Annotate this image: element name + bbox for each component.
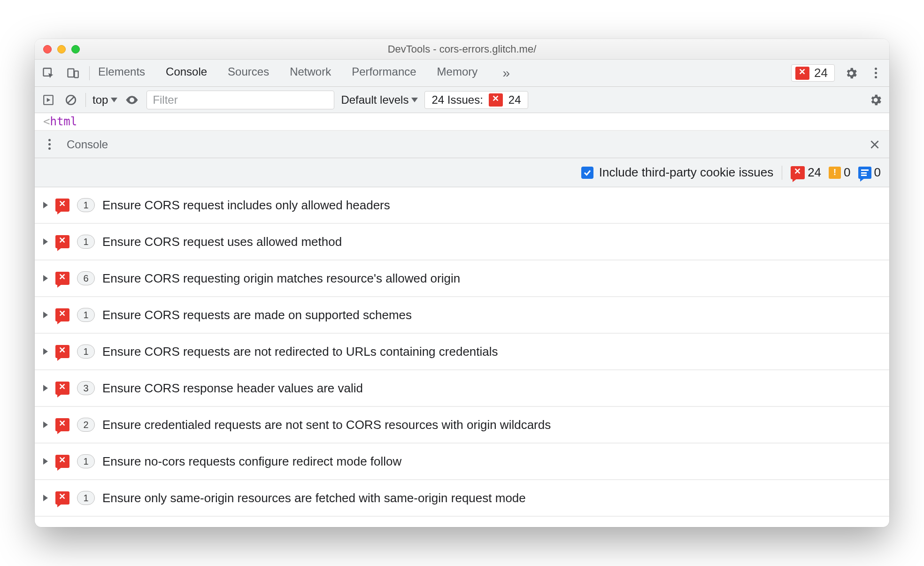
- issue-title: Ensure CORS requests are made on support…: [102, 308, 412, 322]
- issue-count-pill: 1: [77, 344, 95, 359]
- issue-count-pill: 1: [77, 454, 95, 468]
- context-label: top: [92, 93, 108, 107]
- info-icon: [858, 167, 871, 179]
- filter-input[interactable]: [146, 91, 334, 109]
- panel-tabs-bar: Elements Console Sources Network Perform…: [35, 60, 889, 87]
- clear-console-icon[interactable]: [63, 92, 79, 108]
- error-icon: [55, 455, 69, 468]
- issue-title: Ensure no-cors requests configure redire…: [102, 454, 401, 469]
- expand-icon: [43, 385, 48, 391]
- error-icon: [55, 491, 69, 505]
- chevron-down-icon: [111, 98, 117, 102]
- settings-gear-icon[interactable]: [843, 65, 859, 81]
- html-tag: html: [50, 115, 77, 128]
- include-third-party-checkbox[interactable]: Include third-party cookie issues: [581, 165, 773, 180]
- issue-row[interactable]: 1 Ensure only same-origin resources are …: [35, 480, 889, 517]
- chevron-down-icon: [411, 98, 418, 102]
- expand-icon: [43, 495, 48, 501]
- log-levels-selector[interactable]: Default levels: [341, 93, 418, 107]
- devtools-window: DevTools - cors-errors.glitch.me/ Elemen…: [35, 39, 889, 527]
- error-icon: [489, 93, 503, 107]
- divider: [89, 66, 90, 80]
- close-drawer-icon[interactable]: [867, 137, 883, 153]
- error-icon: [795, 67, 809, 80]
- error-count: 24: [814, 66, 828, 80]
- expand-icon: [43, 348, 48, 355]
- issue-count-pill: 1: [77, 491, 95, 505]
- console-settings-gear-icon[interactable]: [868, 92, 884, 108]
- issue-title: Ensure CORS request uses allowed method: [102, 235, 342, 249]
- tab-console[interactable]: Console: [166, 65, 207, 81]
- error-icon: [55, 272, 69, 285]
- issue-count-pill: 3: [77, 381, 95, 395]
- issue-title: Ensure CORS request includes only allowe…: [102, 198, 390, 213]
- tab-memory[interactable]: Memory: [437, 65, 478, 81]
- issue-count-pill: 2: [77, 418, 95, 432]
- issue-title: Ensure CORS requests are not redirected …: [102, 344, 498, 359]
- expand-icon: [43, 458, 48, 465]
- issue-title: Ensure credentialed requests are not sen…: [102, 418, 551, 432]
- issue-row[interactable]: 3 Ensure CORS response header values are…: [35, 370, 889, 407]
- issues-toolbar: Include third-party cookie issues 24 ! 0…: [35, 158, 889, 187]
- issue-row[interactable]: 1 Ensure CORS requests are made on suppo…: [35, 297, 889, 334]
- issue-row[interactable]: 2 Ensure credentialed requests are not s…: [35, 407, 889, 444]
- issue-row[interactable]: 1 Ensure CORS request includes only allo…: [35, 187, 889, 224]
- issues-chip[interactable]: 24 Issues: 24: [424, 91, 528, 109]
- divider: [782, 166, 782, 180]
- tab-sources[interactable]: Sources: [228, 65, 269, 81]
- issue-title: Ensure only same-origin resources are fe…: [102, 491, 526, 505]
- error-icon: [55, 308, 69, 321]
- error-icon: [55, 345, 69, 358]
- drawer-title: Console: [67, 138, 108, 151]
- tab-performance[interactable]: Performance: [352, 65, 416, 81]
- issue-row[interactable]: 6 Ensure CORS requesting origin matches …: [35, 260, 889, 297]
- checkbox-checked-icon: [581, 167, 593, 179]
- expand-icon: [43, 202, 48, 208]
- expand-icon: [43, 312, 48, 318]
- inspect-element-icon[interactable]: [40, 65, 56, 81]
- info-count: 0: [874, 165, 881, 180]
- live-expression-eye-icon[interactable]: [124, 92, 140, 108]
- more-tabs-icon[interactable]: »: [498, 65, 514, 81]
- issue-row[interactable]: 1 Ensure no-cors requests configure redi…: [35, 444, 889, 480]
- issue-counts: 24 ! 0 0: [791, 165, 881, 180]
- error-count-item[interactable]: 24: [791, 165, 821, 180]
- svg-rect-2: [75, 71, 78, 77]
- expand-icon: [43, 238, 48, 245]
- issue-count-pill: 1: [77, 235, 95, 249]
- panel-tabs: Elements Console Sources Network Perform…: [98, 65, 514, 81]
- issue-row[interactable]: 1 Ensure CORS requests are not redirecte…: [35, 334, 889, 370]
- issue-title: Ensure CORS requesting origin matches re…: [102, 271, 460, 286]
- warning-count-item[interactable]: ! 0: [829, 165, 850, 180]
- issues-list[interactable]: 1 Ensure CORS request includes only allo…: [35, 187, 889, 527]
- info-count-item[interactable]: 0: [858, 165, 881, 180]
- expand-icon: [43, 421, 48, 428]
- tab-network[interactable]: Network: [290, 65, 331, 81]
- window-title: DevTools - cors-errors.glitch.me/: [35, 43, 889, 55]
- error-icon: [55, 382, 69, 395]
- issue-count-pill: 1: [77, 308, 95, 322]
- drawer-header: Console: [35, 131, 889, 158]
- console-toolbar: top Default levels 24 Issues: 24: [35, 87, 889, 113]
- issues-label: 24 Issues:: [431, 93, 483, 107]
- warning-icon: !: [829, 167, 841, 179]
- context-selector[interactable]: top: [92, 93, 117, 107]
- error-icon: [55, 418, 69, 431]
- source-line: <html: [35, 113, 889, 131]
- svg-line-5: [68, 97, 74, 103]
- drawer-more-icon[interactable]: [41, 137, 57, 153]
- titlebar: DevTools - cors-errors.glitch.me/: [35, 39, 889, 60]
- expand-icon: [43, 275, 48, 282]
- execution-icon[interactable]: [40, 92, 56, 108]
- error-icon: [55, 199, 69, 212]
- tab-elements[interactable]: Elements: [98, 65, 145, 81]
- issue-row[interactable]: 1 Ensure CORS request uses allowed metho…: [35, 224, 889, 260]
- divider: [85, 93, 86, 107]
- error-icon: [55, 235, 69, 248]
- device-toolbar-icon[interactable]: [65, 65, 81, 81]
- error-count-chip[interactable]: 24: [791, 64, 835, 82]
- warning-count: 0: [844, 165, 850, 180]
- issue-count-pill: 6: [77, 271, 95, 285]
- more-menu-icon[interactable]: [868, 65, 884, 81]
- issue-title: Ensure CORS response header values are v…: [102, 381, 363, 396]
